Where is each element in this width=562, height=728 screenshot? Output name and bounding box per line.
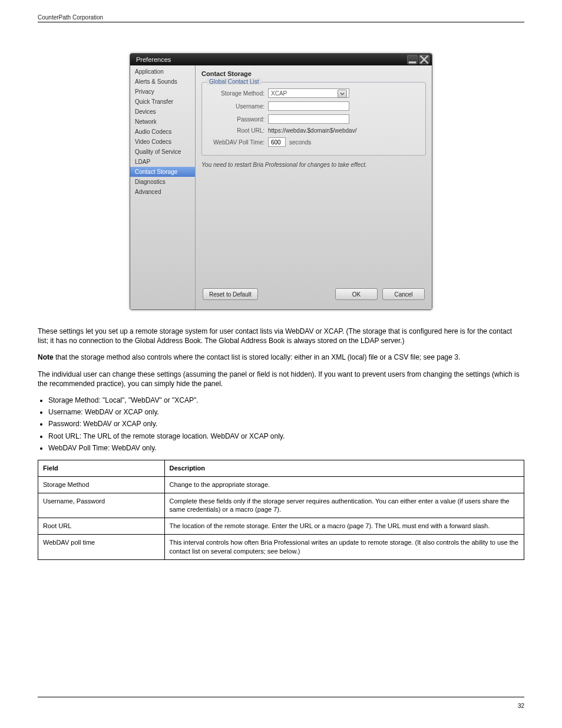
- body-intro: These settings let you set up a remote s…: [38, 327, 524, 345]
- table-header-field: Field: [38, 460, 165, 476]
- content-title: Contact Storage: [201, 70, 426, 77]
- dialog-title: Preferences: [136, 56, 171, 63]
- svg-rect-0: [409, 61, 416, 63]
- header-left: CounterPath Corporation: [38, 14, 103, 21]
- reset-to-default-button[interactable]: Reset to Default: [203, 288, 258, 300]
- sidebar: Application Alerts & Sounds Privacy Quic…: [130, 65, 196, 309]
- sidebar-item-advanced[interactable]: Advanced: [130, 187, 195, 197]
- sidebar-item-alerts-sounds[interactable]: Alerts & Sounds: [130, 77, 195, 87]
- groupbox-legend: Global Contact List: [207, 78, 262, 85]
- password-label: Password:: [208, 116, 265, 123]
- sidebar-item-network[interactable]: Network: [130, 117, 195, 127]
- sidebar-item-diagnostics[interactable]: Diagnostics: [130, 177, 195, 187]
- global-contact-list-group: Global Contact List Storage Method: XCAP…: [201, 82, 426, 156]
- table-row: Root URL The location of the remote stor…: [38, 518, 524, 535]
- sidebar-item-qos[interactable]: Quality of Service: [130, 147, 195, 157]
- footer-rule: [38, 697, 524, 697]
- table-row: Storage Method Change to the appropriate…: [38, 476, 524, 493]
- footer-page-number: 32: [518, 703, 524, 709]
- sidebar-item-video-codecs[interactable]: Video Codecs: [130, 137, 195, 147]
- storage-method-select[interactable]: XCAP: [268, 88, 349, 98]
- cell-desc: The location of the remote storage. Ente…: [164, 518, 524, 535]
- username-label: Username:: [208, 103, 265, 110]
- cancel-button[interactable]: Cancel: [382, 288, 425, 300]
- close-icon[interactable]: [419, 55, 429, 64]
- root-url-value: https://webdav.$domain$/webdav/: [268, 127, 356, 134]
- poll-time-unit: seconds: [289, 139, 311, 146]
- list-item: WebDAV Poll Time: WebDAV only.: [48, 443, 524, 453]
- poll-time-label: WebDAV Poll Time:: [208, 139, 265, 146]
- username-input[interactable]: [268, 101, 349, 111]
- sidebar-item-ldap[interactable]: LDAP: [130, 157, 195, 167]
- body-note-label: Note: [38, 353, 54, 361]
- sidebar-item-application[interactable]: Application: [130, 67, 195, 77]
- dialog-titlebar: Preferences: [130, 54, 432, 65]
- header-rule: [38, 22, 524, 22]
- fields-table: Field Description Storage Method Change …: [38, 460, 524, 560]
- sidebar-item-privacy[interactable]: Privacy: [130, 87, 195, 97]
- poll-time-input[interactable]: [268, 137, 286, 147]
- cell-desc: Complete these fields only if the storag…: [164, 493, 524, 518]
- body-intro2: The individual user can change these set…: [38, 370, 524, 388]
- list-item: Password: WebDAV or XCAP only.: [48, 419, 524, 429]
- minimize-icon[interactable]: [407, 55, 418, 64]
- preferences-dialog: Preferences Application Alerts & Sounds …: [130, 53, 432, 310]
- list-item: Storage Method: "Local", "WebDAV" or "XC…: [48, 396, 524, 405]
- sidebar-item-devices[interactable]: Devices: [130, 107, 195, 117]
- sidebar-item-quick-transfer[interactable]: Quick Transfer: [130, 97, 195, 107]
- sidebar-item-audio-codecs[interactable]: Audio Codecs: [130, 127, 195, 137]
- storage-method-value: XCAP: [271, 90, 287, 97]
- table-header-description: Description: [164, 460, 524, 476]
- restart-note: You need to restart Bria Professional fo…: [201, 162, 426, 168]
- body-list: Storage Method: "Local", "WebDAV" or "XC…: [38, 396, 524, 453]
- table-row: Username, Password Complete these fields…: [38, 493, 524, 518]
- chevron-down-icon[interactable]: [338, 90, 347, 98]
- cell-field: Storage Method: [38, 476, 165, 493]
- password-input[interactable]: [268, 114, 349, 124]
- root-url-label: Root URL:: [208, 127, 265, 134]
- sidebar-item-contact-storage[interactable]: Contact Storage: [130, 167, 195, 177]
- table-row: WebDAV poll time This interval controls …: [38, 535, 524, 560]
- cell-desc: This interval controls how often Bria Pr…: [164, 535, 524, 560]
- storage-method-label: Storage Method:: [208, 90, 265, 97]
- body-note-text: that the storage method also controls wh…: [54, 353, 461, 361]
- list-item: Username: WebDAV or XCAP only.: [48, 407, 524, 417]
- cell-field: Username, Password: [38, 493, 165, 518]
- cell-desc: Change to the appropriate storage.: [164, 476, 524, 493]
- body-note: Note that the storage method also contro…: [38, 353, 524, 362]
- cell-field: WebDAV poll time: [38, 535, 165, 560]
- cell-field: Root URL: [38, 518, 165, 535]
- list-item: Root URL: The URL of the remote storage …: [48, 431, 524, 441]
- ok-button[interactable]: OK: [335, 288, 378, 300]
